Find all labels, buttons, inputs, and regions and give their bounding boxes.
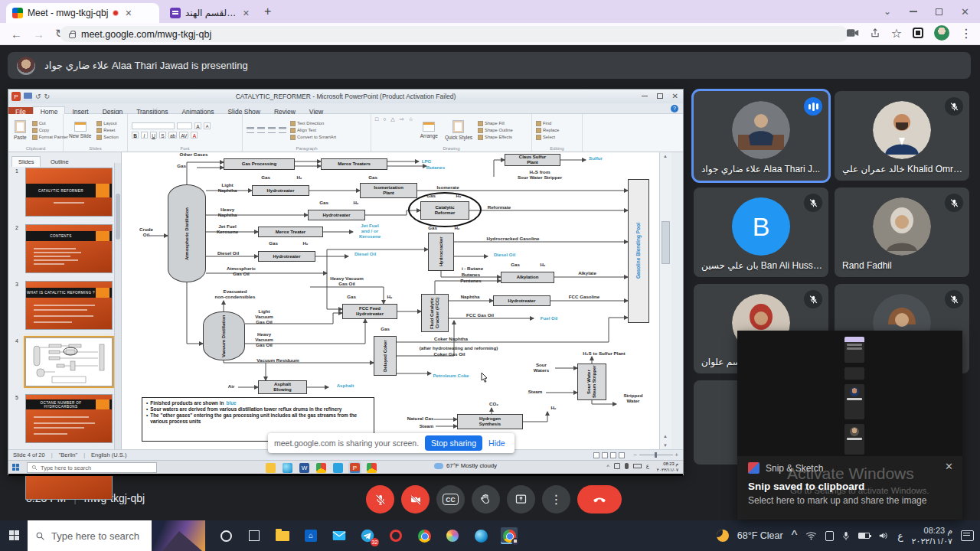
notification-close-icon[interactable]: ✕ — [945, 461, 953, 472]
ppt-minimize-button[interactable] — [642, 96, 648, 97]
scroll-up-icon[interactable]: ▲ — [663, 154, 668, 158]
window-minimize-button[interactable] — [910, 11, 917, 12]
participant-tile-rand[interactable]: Rand Fadhil — [835, 187, 969, 277]
window-close-button[interactable]: ✕ — [961, 6, 969, 18]
italic-button[interactable]: I — [141, 132, 148, 139]
camera-toggle-button[interactable] — [401, 485, 430, 514]
forward-button[interactable]: → — [33, 28, 44, 41]
inner-tray[interactable]: ^ ع — [607, 463, 649, 469]
indent-icon[interactable] — [268, 127, 276, 133]
numbering-icon[interactable] — [257, 127, 265, 133]
present-button[interactable] — [507, 485, 535, 514]
font-color-button[interactable]: A — [191, 132, 198, 139]
speaker-icon[interactable] — [878, 531, 889, 540]
device-icon[interactable] — [825, 531, 834, 541]
char-spacing-button[interactable]: AV — [179, 132, 188, 139]
window-maximize-button[interactable] — [936, 8, 942, 15]
microsoft-store-icon[interactable]: ⌂ — [302, 527, 319, 544]
align-text-button[interactable]: Align Text — [290, 128, 336, 133]
inner-device-icon[interactable] — [614, 463, 620, 469]
mic-toggle-button[interactable] — [366, 485, 394, 514]
slide-thumbnail-5[interactable]: 5 OCTANE NUMBER OF HYDROCARBONS — [25, 394, 113, 443]
slides-tab[interactable]: Slides — [11, 156, 41, 167]
tab-close-icon[interactable]: ✕ — [123, 8, 133, 18]
battery-icon[interactable] — [858, 533, 870, 539]
bullets-icon[interactable] — [247, 127, 254, 133]
zoom-slider[interactable]: −+ — [633, 452, 678, 458]
replace-button[interactable]: Replace — [536, 128, 559, 133]
tab-sheet[interactable]: حضور الورش التدريبية لقسم الهند… ✕ — [164, 3, 257, 23]
inner-chrome2-icon[interactable] — [367, 463, 377, 473]
bold-button[interactable]: B — [132, 132, 139, 139]
edge-icon[interactable] — [472, 527, 489, 544]
shapes-gallery-icon[interactable]: □ ○ △ ⇨ ☆ — [375, 116, 415, 144]
participant-tile-ban[interactable]: B بان علي حسين Ban Ali Hussein — [694, 187, 828, 277]
arrange-button[interactable]: Arrange — [419, 116, 439, 144]
inner-telegram-icon[interactable] — [333, 463, 343, 473]
shadow-button[interactable]: S — [159, 132, 166, 139]
more-options-button[interactable]: ⋮ — [542, 485, 570, 514]
format-painter-button[interactable]: Format Painter — [32, 135, 68, 140]
inner-clock[interactable]: 08:23 م ٢٠٢٢/١١/٠٧ — [657, 461, 678, 474]
taskbar-search-box[interactable]: Type here to search — [28, 520, 205, 551]
inner-language-indicator[interactable]: ع — [646, 463, 649, 469]
shape-fill-button[interactable]: Shape Fill — [478, 121, 513, 126]
cortana-icon[interactable] — [217, 527, 234, 544]
font-name-box[interactable] — [132, 122, 175, 129]
inner-weather-widget[interactable]: 67°F Mostly cloudy — [434, 462, 497, 469]
back-button[interactable]: ← — [11, 28, 22, 41]
copy-button[interactable]: Copy — [32, 128, 68, 133]
chrome-active-icon[interactable] — [501, 527, 518, 544]
view-buttons[interactable] — [593, 452, 625, 458]
leave-call-button[interactable] — [577, 485, 622, 514]
inner-battery-icon[interactable] — [633, 464, 642, 468]
inner-chrome-icon[interactable] — [316, 463, 326, 473]
slide-thumbnail-4[interactable]: 4 — [25, 337, 113, 386]
tab-meet[interactable]: Meet - mwg-tkgj-qbj ✕ — [6, 3, 159, 23]
slides-panel-scrollbar[interactable] — [114, 163, 121, 449]
tab-close-icon[interactable]: ✕ — [241, 8, 251, 18]
stop-sharing-button[interactable]: Stop sharing — [425, 435, 482, 451]
layout-button[interactable]: Layout — [96, 121, 118, 126]
inner-tray-caret-icon[interactable]: ^ — [607, 464, 609, 469]
shrink-font-button[interactable]: A — [204, 122, 211, 129]
ppt-close-button[interactable]: ✕ — [672, 92, 678, 100]
find-button[interactable]: Find — [536, 121, 559, 126]
font-size-box[interactable] — [177, 122, 192, 129]
chrome-icon[interactable] — [416, 527, 433, 544]
grow-font-button[interactable]: A — [194, 122, 201, 129]
next-slide-icon[interactable]: ▼ — [663, 443, 668, 448]
smartart-button[interactable]: Convert to SmartArt — [290, 135, 336, 140]
shape-outline-button[interactable]: Shape Outline — [478, 128, 513, 133]
share-icon[interactable] — [870, 28, 880, 38]
inner-explorer-icon[interactable] — [266, 463, 276, 473]
reset-button[interactable]: Reset — [96, 128, 118, 133]
action-center-icon[interactable] — [961, 530, 974, 541]
mail-icon[interactable] — [331, 527, 348, 544]
taskbar-clock[interactable]: 08:23 م ٢٠٢٢/١١/٠٧ — [912, 525, 952, 547]
weather-widget[interactable]: 68°F Clear — [737, 530, 783, 541]
bookmark-star-icon[interactable]: ☆ — [891, 26, 902, 41]
slide-editing-area[interactable]: •Finished products are shown in blue•Sou… — [122, 152, 659, 449]
align-icon[interactable] — [279, 127, 286, 133]
outline-tab[interactable]: Outline — [44, 157, 75, 167]
shape-effects-button[interactable]: Shape Effects — [478, 135, 513, 140]
wifi-icon[interactable] — [805, 531, 817, 540]
slide-thumbnail-3[interactable]: 3 WHAT IS CATALYTIC REFORMING ? — [25, 281, 113, 330]
section-button[interactable]: Section — [96, 135, 118, 140]
snip-sketch-notification[interactable]: Snip & Sketch ✕ Snip saved to clipboard … — [737, 331, 962, 520]
inner-start-button[interactable] — [12, 464, 19, 471]
task-view-icon[interactable] — [246, 527, 263, 544]
cut-button[interactable]: Cut — [32, 121, 68, 126]
inner-powerpoint-icon[interactable]: P — [350, 463, 360, 473]
hide-share-bar-button[interactable]: Hide — [488, 439, 505, 448]
telegram-icon[interactable]: 32 — [359, 527, 376, 544]
text-direction-button[interactable]: Text Direction — [290, 121, 336, 126]
help-icon[interactable]: ? — [671, 105, 678, 112]
tray-mic-icon[interactable] — [842, 531, 850, 541]
underline-button[interactable]: U — [150, 132, 157, 139]
slide-thumbnail-1[interactable]: 1 CATALYTIC REFORMER — [25, 168, 113, 217]
new-slide-button[interactable]: New Slide — [67, 116, 93, 144]
slide-scrollbar[interactable]: ▲ ▲ ▼ — [659, 152, 671, 449]
file-explorer-icon[interactable] — [274, 527, 291, 544]
